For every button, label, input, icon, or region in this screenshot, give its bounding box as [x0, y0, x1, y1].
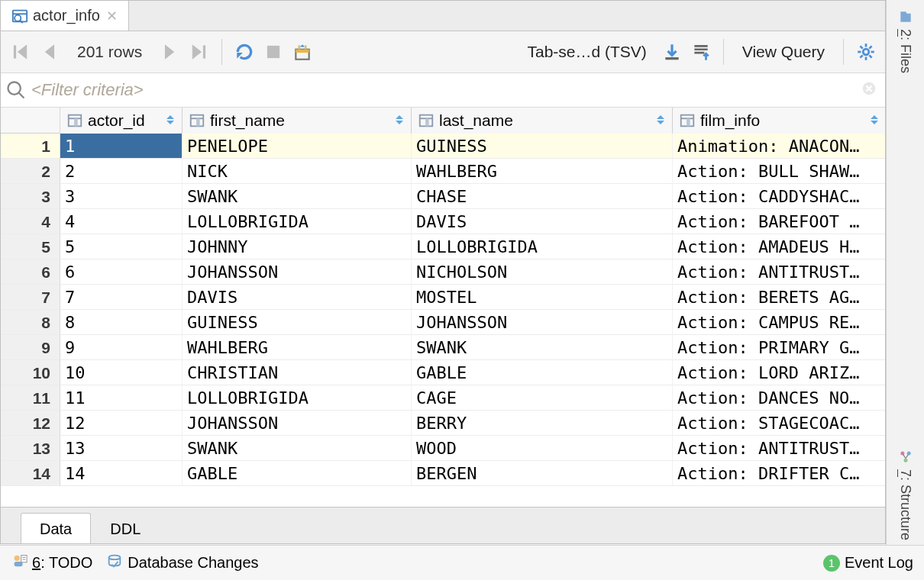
cell-film-info[interactable]: Action: DRIFTER C…	[673, 461, 885, 486]
cell-film-info[interactable]: Action: STAGECOAC…	[673, 411, 885, 436]
cell-last-name[interactable]: CHASE	[412, 184, 673, 209]
cell-film-info[interactable]: Action: BAREFOOT …	[673, 209, 885, 234]
cell-last-name[interactable]: BERRY	[412, 411, 673, 436]
cell-film-info[interactable]: Action: ANTITRUST…	[673, 436, 885, 461]
row-number[interactable]: 1	[1, 134, 60, 159]
cell-film-info[interactable]: Action: BERETS AG…	[673, 285, 885, 310]
table-row[interactable]: 1010CHRISTIANGABLEAction: LORD ARIZ…	[1, 360, 885, 385]
sort-toggle-icon[interactable]	[165, 115, 176, 126]
table-row[interactable]: 44LOLLOBRIGIDADAVISAction: BAREFOOT …	[1, 209, 885, 234]
view-ddl-button[interactable]	[289, 39, 315, 65]
cell-last-name[interactable]: BERGEN	[412, 461, 673, 486]
cell-last-name[interactable]: JOHANSSON	[412, 310, 673, 335]
row-number[interactable]: 12	[1, 411, 60, 436]
table-row[interactable]: 66JOHANSSONNICHOLSONAction: ANTITRUST…	[1, 259, 885, 285]
sort-toggle-icon[interactable]	[655, 115, 666, 126]
clear-filter-icon[interactable]	[861, 80, 877, 101]
row-number[interactable]: 6	[1, 259, 60, 285]
cell-last-name[interactable]: NICHOLSON	[412, 259, 673, 285]
next-page-button[interactable]	[157, 39, 183, 65]
last-page-button[interactable]	[186, 39, 212, 65]
status-database-changes[interactable]: Database Changes	[106, 553, 258, 573]
row-number[interactable]: 10	[1, 360, 60, 385]
cell-actor-id[interactable]: 10	[60, 360, 183, 385]
cell-first-name[interactable]: JOHANSSON	[183, 411, 412, 436]
cell-first-name[interactable]: LOLLOBRIGIDA	[183, 385, 412, 411]
cell-actor-id[interactable]: 1	[60, 134, 183, 159]
table-row[interactable]: 22NICKWAHLBERGAction: BULL SHAW…	[1, 159, 885, 184]
cell-last-name[interactable]: WAHLBERG	[412, 159, 673, 184]
grid-body[interactable]: 11PENELOPEGUINESSAnimation: ANACON…22NIC…	[1, 134, 885, 507]
cell-last-name[interactable]: MOSTEL	[412, 285, 673, 310]
stop-button[interactable]	[260, 39, 286, 65]
editor-tab-actor-info[interactable]: actor_info ✕	[1, 1, 129, 31]
row-number[interactable]: 2	[1, 159, 60, 184]
refresh-button[interactable]	[231, 39, 257, 65]
table-row[interactable]: 99WAHLBERGSWANKAction: PRIMARY G…	[1, 335, 885, 360]
cell-first-name[interactable]: CHRISTIAN	[183, 360, 412, 385]
cell-actor-id[interactable]: 13	[60, 436, 183, 461]
row-number-header[interactable]	[1, 108, 60, 134]
status-todo[interactable]: 6: TODO	[11, 553, 92, 573]
row-number[interactable]: 3	[1, 184, 60, 209]
table-row[interactable]: 1111LOLLOBRIGIDACAGEAction: DANCES NO…	[1, 385, 885, 411]
cell-first-name[interactable]: LOLLOBRIGIDA	[183, 209, 412, 234]
cell-last-name[interactable]: SWANK	[412, 335, 673, 360]
cell-actor-id[interactable]: 4	[60, 209, 183, 234]
cell-first-name[interactable]: SWANK	[183, 184, 412, 209]
row-number[interactable]: 11	[1, 385, 60, 411]
cell-first-name[interactable]: JOHANSSON	[183, 259, 412, 285]
table-row[interactable]: 33SWANKCHASEAction: CADDYSHAC…	[1, 184, 885, 209]
cell-first-name[interactable]: GUINESS	[183, 310, 412, 335]
tool-window-files[interactable]: 2: Files	[894, 5, 916, 78]
row-number[interactable]: 14	[1, 461, 60, 486]
cell-film-info[interactable]: Action: DANCES NO…	[673, 385, 885, 411]
row-number[interactable]: 13	[1, 436, 60, 461]
cell-actor-id[interactable]: 5	[60, 234, 183, 259]
close-icon[interactable]: ✕	[105, 8, 119, 24]
cell-film-info[interactable]: Action: CADDYSHAC…	[673, 184, 885, 209]
cell-film-info[interactable]: Action: CAMPUS RE…	[673, 310, 885, 335]
row-number[interactable]: 8	[1, 310, 60, 335]
upload-button[interactable]	[688, 39, 714, 65]
cell-actor-id[interactable]: 2	[60, 159, 183, 184]
bottom-tab-ddl[interactable]: DDL	[91, 513, 160, 543]
bottom-tab-data[interactable]: Data	[21, 513, 91, 543]
first-page-button[interactable]	[7, 39, 33, 65]
cell-first-name[interactable]: SWANK	[183, 436, 412, 461]
cell-actor-id[interactable]: 11	[60, 385, 183, 411]
cell-first-name[interactable]: NICK	[183, 159, 412, 184]
table-row[interactable]: 1313SWANKWOODAction: ANTITRUST…	[1, 436, 885, 461]
column-header-first-name[interactable]: first_name	[183, 108, 412, 134]
table-row[interactable]: 11PENELOPEGUINESSAnimation: ANACON…	[1, 134, 885, 159]
cell-first-name[interactable]: GABLE	[183, 461, 412, 486]
cell-film-info[interactable]: Action: PRIMARY G…	[673, 335, 885, 360]
filter-input[interactable]	[31, 80, 861, 100]
row-number[interactable]: 9	[1, 335, 60, 360]
prev-page-button[interactable]	[36, 39, 62, 65]
table-row[interactable]: 77DAVISMOSTELAction: BERETS AG…	[1, 285, 885, 310]
cell-actor-id[interactable]: 3	[60, 184, 183, 209]
cell-first-name[interactable]: WAHLBERG	[183, 335, 412, 360]
table-row[interactable]: 88GUINESSJOHANSSONAction: CAMPUS RE…	[1, 310, 885, 335]
row-number[interactable]: 5	[1, 234, 60, 259]
settings-button[interactable]	[853, 39, 879, 65]
cell-actor-id[interactable]: 8	[60, 310, 183, 335]
cell-film-info[interactable]: Animation: ANACON…	[673, 134, 885, 159]
table-row[interactable]: 1212JOHANSSONBERRYAction: STAGECOAC…	[1, 411, 885, 436]
sort-toggle-icon[interactable]	[394, 115, 405, 126]
download-button[interactable]	[659, 39, 685, 65]
table-row[interactable]: 55JOHNNYLOLLOBRIGIDAAction: AMADEUS H…	[1, 234, 885, 259]
column-header-last-name[interactable]: last_name	[412, 108, 673, 134]
cell-actor-id[interactable]: 7	[60, 285, 183, 310]
table-row[interactable]: 1414GABLEBERGENAction: DRIFTER C…	[1, 461, 885, 486]
row-number[interactable]: 4	[1, 209, 60, 234]
cell-last-name[interactable]: CAGE	[412, 385, 673, 411]
cell-actor-id[interactable]: 6	[60, 259, 183, 285]
cell-first-name[interactable]: JOHNNY	[183, 234, 412, 259]
cell-last-name[interactable]: LOLLOBRIGIDA	[412, 234, 673, 259]
cell-actor-id[interactable]: 9	[60, 335, 183, 360]
column-header-actor-id[interactable]: actor_id	[60, 108, 183, 134]
sort-toggle-icon[interactable]	[869, 115, 880, 126]
column-header-film-info[interactable]: film_info	[673, 108, 885, 134]
